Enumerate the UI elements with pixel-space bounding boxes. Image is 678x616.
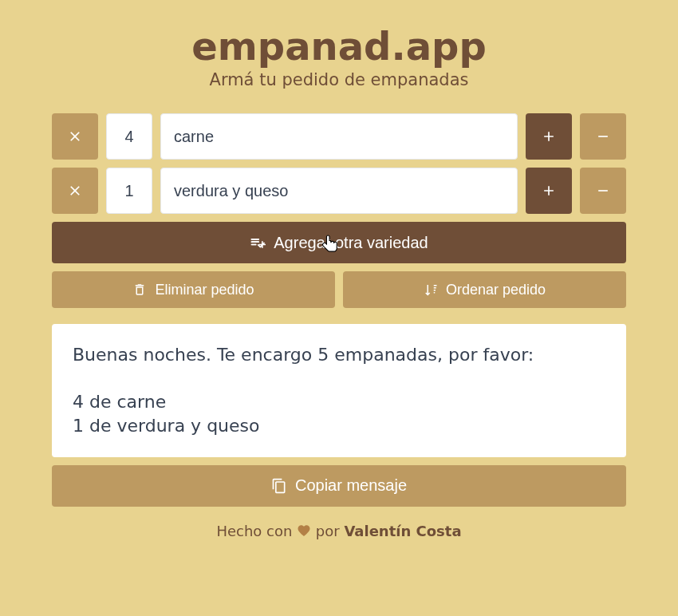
add-variety-button[interactable]: Agregar otra variedad: [52, 222, 626, 263]
footer-prefix: Hecho con: [216, 523, 297, 539]
variety-input[interactable]: [160, 113, 518, 160]
quantity-input[interactable]: [106, 168, 152, 214]
increment-button[interactable]: [526, 168, 572, 214]
sort-order-button[interactable]: Ordenar pedido: [343, 271, 626, 308]
order-row: [52, 113, 626, 160]
header: empanad.app Armá tu pedido de empanadas: [52, 24, 626, 89]
copy-message-button[interactable]: Copiar mensaje: [52, 465, 626, 507]
add-variety-label: Agregar otra variedad: [274, 234, 428, 252]
copy-icon: [271, 478, 287, 494]
footer: Hecho con por Valentín Costa: [52, 523, 626, 539]
minus-icon: [595, 183, 611, 199]
close-icon: [67, 128, 83, 144]
clear-order-label: Eliminar pedido: [155, 282, 254, 298]
close-icon: [67, 183, 83, 199]
decrement-button[interactable]: [580, 168, 626, 214]
sort-order-label: Ordenar pedido: [446, 282, 546, 298]
minus-icon: [595, 128, 611, 144]
plus-icon: [541, 128, 557, 144]
remove-row-button[interactable]: [52, 113, 98, 160]
increment-button[interactable]: [526, 113, 572, 160]
order-row: [52, 168, 626, 214]
sort-icon: [424, 282, 438, 297]
trash-icon: [132, 282, 147, 297]
variety-input[interactable]: [160, 168, 518, 214]
quantity-input[interactable]: [106, 113, 152, 160]
footer-mid: por: [311, 523, 344, 539]
decrement-button[interactable]: [580, 113, 626, 160]
playlist-add-icon: [250, 235, 266, 251]
clear-order-button[interactable]: Eliminar pedido: [52, 271, 335, 308]
heart-icon: [297, 523, 311, 538]
copy-message-label: Copiar mensaje: [295, 476, 407, 495]
plus-icon: [541, 183, 557, 199]
remove-row-button[interactable]: [52, 168, 98, 214]
page-title: empanad.app: [52, 24, 626, 69]
page-subtitle: Armá tu pedido de empanadas: [52, 70, 626, 89]
generated-message: Buenas noches. Te encargo 5 empanadas, p…: [52, 324, 626, 457]
footer-author[interactable]: Valentín Costa: [344, 523, 461, 539]
